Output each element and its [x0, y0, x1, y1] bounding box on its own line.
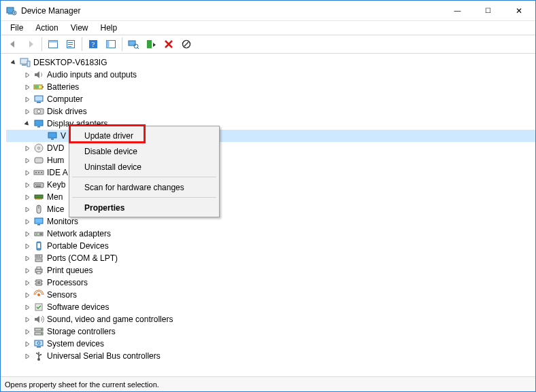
- tree-category-sound[interactable]: Sound, video and game controllers: [6, 313, 535, 325]
- dvd-icon: [33, 143, 44, 154]
- close-button[interactable]: ✕: [503, 1, 534, 20]
- svg-line-15: [137, 48, 139, 49]
- window-title: Device Manager: [21, 6, 80, 16]
- disable-button[interactable]: [178, 36, 195, 52]
- computerRoot-icon: [20, 57, 31, 68]
- sensor-icon: [33, 289, 44, 300]
- svg-rect-41: [37, 184, 39, 185]
- expand-icon[interactable]: [22, 266, 32, 275]
- ctx-disable-device[interactable]: Disable device: [71, 143, 218, 159]
- svg-rect-37: [38, 172, 39, 173]
- show-hide-tree-button[interactable]: [45, 36, 61, 52]
- update-driver-button[interactable]: [143, 36, 159, 52]
- scan-hardware-button[interactable]: [125, 36, 141, 52]
- expand-icon[interactable]: [22, 290, 32, 300]
- tree-root[interactable]: DESKTOP-V6183IG: [6, 56, 535, 69]
- expand-icon[interactable]: [22, 94, 32, 104]
- forward-button[interactable]: [22, 36, 39, 52]
- action-button[interactable]: [103, 36, 119, 52]
- tree-category-soft[interactable]: Software devices: [6, 301, 535, 313]
- menu-view[interactable]: View: [65, 22, 94, 33]
- expand-icon[interactable]: [22, 302, 32, 312]
- expand-icon[interactable]: [22, 204, 32, 214]
- help-button[interactable]: ?: [85, 36, 101, 52]
- expand-icon[interactable]: [22, 315, 32, 324]
- svg-point-76: [41, 329, 42, 330]
- expand-icon[interactable]: [22, 143, 32, 153]
- svg-rect-58: [37, 243, 40, 248]
- expand-icon[interactable]: [22, 82, 32, 92]
- tree-category-portable[interactable]: Portable Devices: [6, 240, 535, 252]
- collapse-icon[interactable]: [22, 119, 32, 128]
- svg-rect-43: [36, 186, 41, 188]
- svg-rect-28: [35, 120, 43, 126]
- expander-empty: [36, 131, 46, 141]
- svg-rect-47: [38, 198, 39, 200]
- svg-rect-6: [68, 42, 73, 43]
- tree-category-system[interactable]: System devices: [6, 338, 535, 350]
- tree-item-label: Processors: [47, 278, 88, 287]
- expand-icon[interactable]: [22, 217, 32, 226]
- svg-rect-60: [35, 259, 42, 262]
- expand-icon[interactable]: [22, 327, 32, 336]
- expand-icon[interactable]: [22, 192, 32, 202]
- toolbar-separator: [82, 37, 82, 51]
- svg-rect-53: [37, 224, 40, 226]
- minimize-button[interactable]: —: [442, 1, 473, 20]
- device-tree[interactable]: DESKTOP-V6183IGAudio inputs and outputsB…: [1, 54, 535, 376]
- expand-icon[interactable]: [22, 229, 32, 238]
- keyboard-icon: [33, 179, 44, 190]
- printer-icon: [33, 265, 44, 276]
- expand-icon[interactable]: [22, 351, 32, 361]
- ctx-update-driver[interactable]: Update driver: [71, 128, 218, 143]
- expand-icon[interactable]: [22, 107, 32, 116]
- tree-category-battery[interactable]: Batteries: [6, 81, 535, 93]
- toolbar-separator: [41, 37, 42, 51]
- display-icon: [33, 118, 44, 129]
- ctx-scan-hardware[interactable]: Scan for hardware changes: [71, 179, 218, 195]
- ctx-properties[interactable]: Properties: [71, 200, 218, 215]
- menu-file[interactable]: File: [5, 22, 29, 33]
- menu-help[interactable]: Help: [95, 22, 123, 33]
- audio-icon: [33, 69, 44, 80]
- svg-rect-24: [35, 96, 43, 101]
- expand-icon[interactable]: [22, 156, 32, 165]
- expand-icon[interactable]: [22, 339, 32, 349]
- expand-icon[interactable]: [22, 278, 32, 287]
- tree-category-sensor[interactable]: Sensors: [6, 289, 535, 301]
- tree-category-storage[interactable]: Storage controllers: [6, 325, 535, 338]
- svg-rect-22: [42, 86, 44, 88]
- tree-category-network[interactable]: Network adapters: [6, 228, 535, 240]
- tree-item-label: Batteries: [47, 82, 79, 92]
- computer-icon: [33, 94, 44, 105]
- tree-category-printer[interactable]: Print queues: [6, 264, 535, 277]
- properties-button[interactable]: [63, 36, 79, 52]
- expand-icon[interactable]: [22, 241, 32, 251]
- status-bar: Opens property sheet for the current sel…: [1, 376, 535, 391]
- expand-icon[interactable]: [22, 253, 32, 263]
- menu-bar: File Action View Help: [1, 21, 535, 35]
- cpu-icon: [33, 277, 44, 288]
- tree-category-audio[interactable]: Audio inputs and outputs: [6, 69, 535, 81]
- svg-rect-4: [49, 41, 58, 43]
- disk-icon: [33, 106, 44, 117]
- back-button[interactable]: [5, 36, 21, 52]
- expand-icon[interactable]: [22, 168, 32, 177]
- svg-rect-46: [37, 198, 37, 200]
- collapse-icon[interactable]: [9, 58, 18, 67]
- tree-category-disk[interactable]: Disk drives: [6, 105, 535, 118]
- maximize-button[interactable]: ☐: [473, 1, 503, 20]
- tree-category-ports[interactable]: Ports (COM & LPT): [6, 252, 535, 264]
- svg-text:?: ?: [92, 40, 95, 48]
- tree-category-computer[interactable]: Computer: [6, 93, 535, 105]
- expand-icon[interactable]: [22, 70, 32, 79]
- svg-rect-20: [27, 61, 30, 67]
- sound-icon: [33, 314, 44, 325]
- tree-category-usb[interactable]: Universal Serial Bus controllers: [6, 350, 535, 362]
- uninstall-button[interactable]: [161, 36, 177, 52]
- ctx-uninstall-device[interactable]: Uninstall device: [71, 159, 218, 175]
- expand-icon[interactable]: [22, 180, 32, 190]
- menu-action[interactable]: Action: [30, 22, 63, 33]
- tree-category-cpu[interactable]: Processors: [6, 277, 535, 289]
- tree-item-label: Disk drives: [47, 107, 87, 116]
